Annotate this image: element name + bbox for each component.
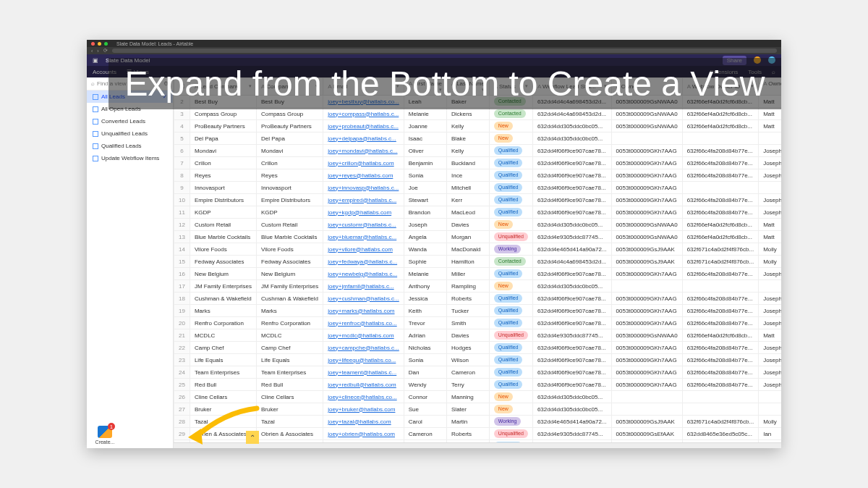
cell-owner-name[interactable] — [759, 182, 781, 194]
cell-webflow-owner-id[interactable]: 632f66c4fa208d84b77e... — [682, 379, 759, 391]
table-row[interactable]: 22Camp ChefCamp Chefjoey+campche@hatlabs… — [174, 342, 782, 354]
cell-webflow-lead[interactable]: 632dd4dd305ddc0bc05... — [532, 120, 611, 132]
cell-email[interactable]: joey+mcdlc@hatlabs.com — [323, 329, 404, 342]
cell-owner-name[interactable]: Matt — [759, 96, 781, 108]
cell-owner[interactable]: 0053t000009GKh7AAG — [611, 169, 682, 182]
cell-owner[interactable]: 0053t000009GsNWAA0 — [611, 329, 682, 342]
cell-webflow-owner-id[interactable]: 632f66c4fa208d84b77e... — [682, 268, 759, 280]
cell-email[interactable]: joey+customr@hatlabs.c... — [323, 219, 404, 231]
cell-status[interactable]: Qualified — [489, 379, 532, 391]
window-close-icon[interactable] — [91, 42, 95, 46]
cell-company[interactable]: Blue Marble Cocktails — [257, 231, 323, 243]
avatar[interactable] — [768, 56, 775, 64]
table-row[interactable]: 16New BelgiumNew Belgiumjoey+newbelg@hat… — [174, 268, 782, 280]
cell-lead-company[interactable]: JM Family Enterprises — [190, 280, 256, 293]
cell-owner-name[interactable]: Joseph — [759, 342, 781, 354]
email-link[interactable]: joey+mondavi@hatlabs.c... — [328, 148, 397, 154]
cell-lead-company[interactable]: Camp Chef — [190, 342, 256, 354]
cell-webflow-owner-id[interactable]: 632f66c4fa208d84b77e... — [682, 169, 759, 182]
cell-first-name[interactable]: Brandon — [404, 206, 446, 219]
cell-owner-name[interactable]: Joseph — [759, 317, 781, 329]
cell-last-name[interactable]: Wilson — [447, 354, 490, 366]
table-row[interactable]: 18Cushman & WakefieldCushman & Wakefield… — [174, 293, 782, 305]
table-row[interactable]: 9InnovasportInnovasportjoey+innovasp@hat… — [174, 182, 782, 194]
cell-owner-name[interactable]: Joseph — [759, 293, 781, 305]
cell-company[interactable]: Compass Group — [257, 108, 323, 120]
column-header[interactable]: A Status▾ — [489, 78, 532, 96]
column-header[interactable]: A Webflow Lead Stat...▾ — [532, 78, 611, 96]
cell-webflow-lead[interactable]: 632dd4f06f9ce907cae78... — [532, 157, 611, 169]
cell-lead-company[interactable]: New Belgium — [190, 268, 256, 280]
cell-company[interactable]: JM Family Enterprises — [257, 280, 323, 293]
cell-company[interactable]: Obrien & Associates — [257, 428, 323, 440]
cell-first-name[interactable]: Nicholas — [404, 342, 446, 354]
cell-owner[interactable]: 0053t000009GKh7AAG — [611, 157, 682, 169]
cell-webflow-owner-id[interactable] — [682, 132, 759, 145]
cell-company[interactable]: Team Enterprises — [257, 366, 323, 379]
chevron-down-icon[interactable]: ▾ — [604, 83, 607, 89]
cell-email[interactable]: joey+delpapa@hatlabs.c... — [323, 132, 404, 145]
email-link[interactable]: joey+campche@hatlabs.c... — [328, 345, 399, 351]
cell-status[interactable]: New — [489, 120, 532, 132]
cell-first-name[interactable]: Cameron — [404, 428, 446, 440]
cell-owner[interactable]: 0053t000009GsEfAAK — [611, 428, 682, 440]
table-row[interactable]: 17JM Family EnterprisesJM Family Enterpr… — [174, 280, 782, 293]
cell-first-name[interactable]: Benjamin — [404, 157, 446, 169]
cell-status[interactable]: Contacted — [489, 108, 532, 120]
cell-email[interactable]: joey+lifeequ@hatlabs.co... — [323, 354, 404, 366]
nav-fwd-icon[interactable]: › — [97, 49, 98, 54]
column-header[interactable]: A Owner▾ — [611, 78, 682, 96]
window-min-icon[interactable] — [98, 42, 101, 46]
cell-owner-name[interactable]: Joseph — [759, 206, 781, 219]
table-row[interactable]: 4ProBeauty PartnersProBeauty Partnersjoe… — [174, 120, 782, 132]
cell-lead-company[interactable]: Mondavi — [190, 145, 256, 157]
cell-status[interactable]: Working — [489, 416, 532, 428]
cell-email[interactable]: joey+renfroc@hatlabs.co... — [323, 317, 404, 329]
cell-last-name[interactable]: Kerr — [447, 194, 490, 206]
nav-back-icon[interactable]: ‹ — [91, 49, 93, 54]
cell-status[interactable]: Qualified — [489, 305, 532, 317]
cell-email[interactable]: joey+probeaut@hatlabs.c... — [323, 120, 404, 132]
cell-webflow-owner-id[interactable]: 632f66c4fa208d84b77e... — [682, 157, 759, 169]
browser-tab-title[interactable]: Slate Data Model: Leads - Airtable — [116, 41, 193, 46]
email-link[interactable]: joey+reyes@hatlabs.com — [328, 172, 393, 179]
cell-webflow-lead[interactable]: 632dd4e465d414a90a72... — [532, 416, 611, 428]
chevron-down-icon[interactable]: ▾ — [482, 87, 485, 93]
cell-email[interactable]: joey+bluemar@hatlabs.c... — [323, 231, 404, 243]
table-row[interactable]: 21MCDLCMCDLCjoey+mcdlc@hatlabs.comAdrian… — [174, 329, 782, 342]
cell-lead-company[interactable]: Bruker — [190, 403, 256, 416]
nav-reload-icon[interactable]: ⟳ — [103, 48, 108, 54]
cell-email[interactable]: joey+fedwaya@hatlabs.c... — [323, 256, 404, 268]
cell-webflow-owner-id[interactable]: 632f66c4fa208d84b77e... — [682, 305, 759, 317]
cell-first-name[interactable]: Sonia — [404, 169, 446, 182]
cell-company[interactable]: ProBeauty Partners — [257, 120, 323, 132]
cell-first-name[interactable]: Melanie — [404, 268, 446, 280]
cell-webflow-lead[interactable]: 632dd4f06f9ce907cae78... — [532, 194, 611, 206]
cell-owner-name[interactable]: Matt — [759, 108, 781, 120]
chevron-down-icon[interactable]: ▾ — [675, 83, 678, 89]
cell-email[interactable]: joey+teament@hatlabs.c... — [323, 366, 404, 379]
cell-status[interactable]: Qualified — [489, 342, 532, 354]
cell-company[interactable]: Best Buy — [257, 96, 323, 108]
cell-email[interactable]: joey+mondavi@hatlabs.c... — [323, 145, 404, 157]
cell-email[interactable]: joey+innovasp@hatlabs.c... — [323, 182, 404, 194]
email-link[interactable]: joey+tazal@hatlabs.com — [328, 418, 391, 425]
cell-lead-company[interactable]: Del Papa — [190, 132, 256, 145]
email-link[interactable]: joey+newbelg@hatlabs.c... — [328, 271, 397, 277]
cell-last-name[interactable]: MacLeod — [447, 206, 490, 219]
cell-company[interactable]: KGDP — [257, 206, 323, 219]
cell-webflow-lead[interactable]: 632dd4f06f9ce907cae78... — [532, 305, 611, 317]
email-link[interactable]: joey+renfroc@hatlabs.co... — [328, 320, 397, 327]
cell-company[interactable]: Cline Cellars — [257, 391, 323, 403]
cell-email[interactable]: joey+marks@hatlabs.com — [323, 305, 404, 317]
cell-webflow-lead[interactable]: 632dd4d4c4a698453d2d... — [532, 96, 611, 108]
cell-webflow-lead[interactable]: 632dd4f06f9ce907cae78... — [532, 342, 611, 354]
cell-webflow-owner-id[interactable]: 632f66c4fa208d84b77e... — [682, 206, 759, 219]
select-all[interactable]: ☐ — [174, 78, 190, 96]
cell-owner[interactable]: 0053t000009GKh7AAG — [611, 182, 682, 194]
column-header[interactable]: A Lead Company▾ — [190, 78, 256, 96]
cell-last-name[interactable]: MacDonald — [447, 243, 490, 256]
email-link[interactable]: joey+compass@hatlabs.c... — [328, 111, 399, 117]
cell-email[interactable]: joey+campche@hatlabs.c... — [323, 342, 404, 354]
cell-lead-company[interactable]: Innovasport — [190, 182, 256, 194]
